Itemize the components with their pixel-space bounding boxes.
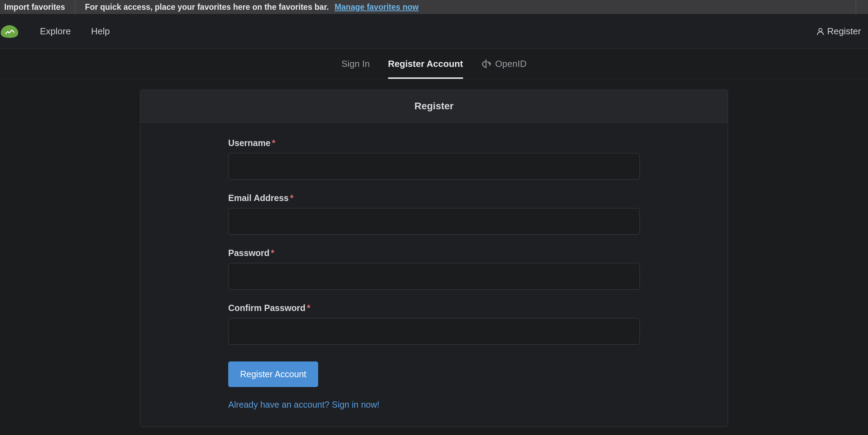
field-email: Email Address* bbox=[228, 193, 640, 235]
site-top-nav: Explore Help Register bbox=[0, 14, 868, 49]
nav-explore-link[interactable]: Explore bbox=[40, 26, 71, 37]
field-username: Username* bbox=[228, 138, 640, 180]
nav-register-label: Register bbox=[827, 26, 861, 37]
favbar-divider bbox=[856, 0, 856, 14]
register-card: Register Username* Email Address* Passwo… bbox=[140, 90, 728, 427]
confirm-password-label-text: Confirm Password bbox=[228, 303, 306, 313]
tab-openid-label: OpenID bbox=[495, 58, 527, 69]
register-form: Username* Email Address* Password* Confi… bbox=[228, 138, 640, 410]
required-marker: * bbox=[290, 193, 294, 203]
password-input[interactable] bbox=[228, 263, 640, 290]
user-icon bbox=[816, 27, 825, 36]
register-submit-button[interactable]: Register Account bbox=[228, 361, 318, 387]
register-card-title: Register bbox=[140, 90, 728, 123]
nav-help-link[interactable]: Help bbox=[91, 26, 110, 37]
register-card-body: Username* Email Address* Password* Confi… bbox=[140, 123, 728, 427]
confirm-password-label: Confirm Password* bbox=[228, 303, 640, 313]
username-label-text: Username bbox=[228, 138, 271, 148]
sign-in-now-link[interactable]: Already have an account? Sign in now! bbox=[228, 400, 640, 410]
openid-icon bbox=[481, 59, 492, 69]
favorites-hint-text: For quick access, place your favorites h… bbox=[75, 2, 419, 12]
required-marker: * bbox=[271, 248, 274, 258]
auth-tabs: Sign In Register Account OpenID bbox=[0, 49, 868, 79]
site-logo-icon[interactable] bbox=[0, 25, 19, 39]
field-password: Password* bbox=[228, 248, 640, 290]
manage-favorites-link[interactable]: Manage favorites now bbox=[335, 2, 419, 12]
required-marker: * bbox=[307, 303, 310, 313]
username-input[interactable] bbox=[228, 153, 640, 180]
svg-point-0 bbox=[819, 28, 822, 32]
favorites-hint-label: For quick access, place your favorites h… bbox=[85, 2, 329, 12]
tab-sign-in[interactable]: Sign In bbox=[342, 49, 370, 79]
tab-register-account[interactable]: Register Account bbox=[388, 49, 463, 79]
email-label: Email Address* bbox=[228, 193, 640, 203]
field-confirm-password: Confirm Password* bbox=[228, 303, 640, 345]
nav-links: Explore Help bbox=[40, 26, 110, 37]
password-label: Password* bbox=[228, 248, 640, 258]
username-label: Username* bbox=[228, 138, 640, 148]
email-label-text: Email Address bbox=[228, 193, 289, 203]
browser-favorites-bar: Import favorites For quick access, place… bbox=[0, 0, 868, 14]
import-favorites-button[interactable]: Import favorites bbox=[4, 0, 75, 14]
confirm-password-input[interactable] bbox=[228, 318, 640, 345]
nav-register-link[interactable]: Register bbox=[816, 26, 861, 37]
tab-openid[interactable]: OpenID bbox=[481, 49, 527, 79]
required-marker: * bbox=[272, 138, 275, 148]
password-label-text: Password bbox=[228, 248, 270, 258]
email-input[interactable] bbox=[228, 208, 640, 235]
